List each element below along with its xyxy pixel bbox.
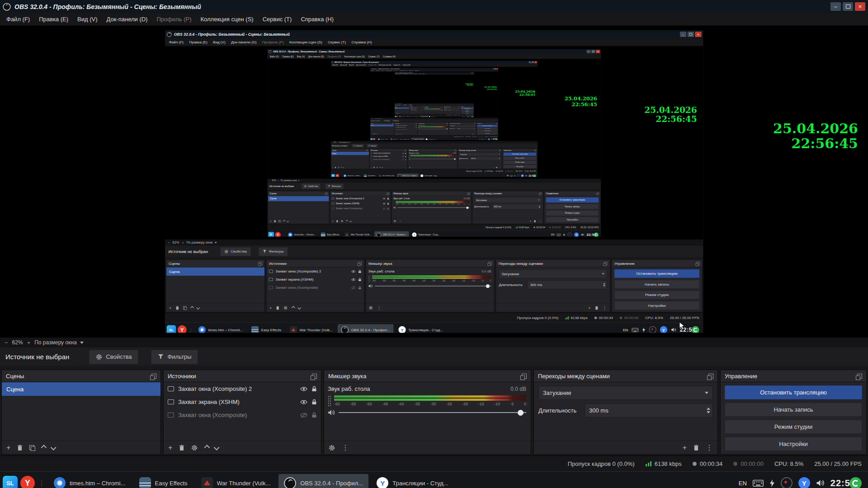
controls-body: Остановить трансляцию Начать запись Режи…	[461, 108, 474, 114]
meter-tick: -10	[472, 279, 475, 282]
minimize-button[interactable]: –	[830, 2, 841, 11]
source-toolbar: Источник не выбран Свойства Фильтры	[165, 246, 703, 257]
task-obs[interactable]: OBS 32.0.4 - Профил...	[278, 474, 368, 488]
move-source-up-button[interactable]	[204, 445, 210, 450]
remove-scene-button[interactable]	[17, 445, 23, 451]
lightning-icon[interactable]	[769, 479, 775, 487]
menu-scene-collection[interactable]: Коллекция сцен (S)	[196, 13, 258, 25]
language-indicator: EN	[462, 116, 463, 117]
remove-source-button[interactable]	[179, 445, 184, 451]
meter-tick: -40	[420, 203, 423, 205]
menu-edit[interactable]: Правка (E)	[34, 13, 73, 25]
obs-logo-icon	[370, 68, 372, 70]
status-bar: Пропуск кадров 0 (0.0%) 6138 kbps 00:00:…	[331, 169, 538, 173]
advanced-audio-button[interactable]	[329, 445, 335, 451]
volume-slider[interactable]	[339, 409, 526, 416]
green-badge-icon[interactable]	[849, 477, 862, 488]
volume-icon[interactable]	[816, 479, 825, 487]
duration-spinbox[interactable]: 300 ms	[585, 404, 713, 418]
scene-list-item[interactable]: Сцена	[2, 382, 160, 396]
menu-view[interactable]: Вид (V)	[73, 13, 102, 25]
stop-streaming-button[interactable]: Остановить трансляцию	[725, 385, 862, 399]
speaker-icon[interactable]	[328, 409, 335, 416]
spin-up-icon[interactable]	[707, 408, 710, 410]
menu-help[interactable]: Справка (H)	[296, 13, 338, 25]
selected-transition-label: Затухание	[460, 154, 467, 155]
start-recording-button[interactable]: Начать запись	[725, 403, 862, 417]
taskbar-overflow-icon[interactable]: ⋮	[38, 479, 46, 487]
maximize-button[interactable]	[843, 2, 853, 11]
popout-icon[interactable]	[522, 374, 527, 379]
source-properties-button[interactable]	[191, 445, 198, 451]
duplicate-scene-button[interactable]	[29, 445, 34, 450]
menu-docks[interactable]: Док-панели (D)	[102, 13, 152, 25]
add-transition-button[interactable]: +	[683, 444, 687, 451]
transition-select[interactable]: Затухание	[538, 386, 713, 400]
menu-file[interactable]: Файл (F)	[2, 13, 34, 25]
add-source-button[interactable]: +	[168, 444, 172, 451]
visibility-off-toggle[interactable]	[300, 413, 307, 418]
visibility-toggle[interactable]	[300, 386, 307, 392]
close-button[interactable]: ×	[855, 2, 865, 11]
yandex-tray-icon: Y	[574, 232, 579, 236]
keyboard-layout-icon	[463, 116, 464, 117]
studio-mode-button[interactable]: Режим студии	[725, 420, 862, 434]
transition-menu-button[interactable]: ⋮	[706, 444, 713, 451]
source-name: Захват окна (Xcomposite)	[275, 286, 349, 290]
filters-button[interactable]: Фильтры	[151, 350, 198, 364]
keyboard-layout-icon[interactable]	[753, 480, 764, 487]
preview-canvas[interactable]: OBS 32.0.4 - Профиль: Безымянный - Сцены…	[0, 26, 868, 337]
lock-toggle[interactable]	[311, 399, 317, 405]
zoom-level: 62%	[12, 339, 23, 346]
slider-knob[interactable]	[518, 410, 524, 416]
fit-to-window-dropdown[interactable]: По размеру окна	[34, 339, 83, 346]
maximize-button	[532, 61, 534, 63]
close-icon: ×	[535, 61, 536, 63]
task-streams[interactable]: Y Трансляции - Студ...	[371, 474, 453, 488]
meter-tick: -45	[426, 127, 427, 128]
spin-down-icon[interactable]	[707, 411, 710, 413]
transitions-body: Затухание Длительность 300 ms	[449, 124, 476, 133]
mixer-menu-button[interactable]: ⋮	[342, 444, 349, 451]
properties-button[interactable]: Свойства	[89, 350, 138, 364]
drag-handle-icon[interactable]	[328, 395, 331, 407]
task-label: times.htm – Chromi...	[347, 175, 360, 177]
source-row[interactable]: Захват окна (Xcomposite) 2	[164, 382, 321, 395]
scene-list: Сцена	[331, 152, 369, 166]
streamlabs-launcher[interactable]: SL	[3, 476, 18, 488]
visibility-toggle[interactable]	[300, 399, 307, 405]
yandex-tray-icon[interactable]: Y	[798, 477, 810, 488]
zoom-out-button[interactable]: −	[5, 340, 8, 346]
add-scene-button[interactable]: +	[6, 444, 10, 451]
move-source-down-button[interactable]	[214, 445, 220, 450]
popout-icon[interactable]	[312, 374, 317, 379]
volume-db-label: 0.0 dB	[510, 386, 526, 392]
duration-spinbox: 300 ms	[528, 281, 607, 289]
selected-source-label: Источник не выбран	[168, 249, 208, 254]
popout-icon[interactable]	[151, 374, 156, 379]
task-easy-effects[interactable]: Easy Effects	[134, 474, 193, 488]
language-indicator[interactable]: EN	[739, 480, 747, 487]
task-war-thunder[interactable]: War Thunder (Vulk...	[196, 474, 276, 488]
menu-tools[interactable]: Сервис (T)	[258, 13, 297, 25]
zoom-in-button[interactable]: +	[27, 340, 31, 346]
transitions-panel-footer: + ⋮	[496, 304, 610, 312]
task-chromium[interactable]: times.htm – Chromi...	[48, 474, 131, 488]
rec-tray-icon[interactable]	[781, 477, 793, 488]
source-row[interactable]: Захват окна (Xcomposite)	[164, 408, 321, 422]
lock-toggle[interactable]	[311, 412, 317, 418]
popout-icon[interactable]	[708, 374, 713, 379]
move-scene-up-button[interactable]	[41, 445, 47, 450]
source-row[interactable]: Захват экрана (XSHM)	[164, 395, 321, 408]
settings-button[interactable]: Настройки	[725, 437, 862, 451]
chromium-icon	[198, 326, 206, 333]
remove-transition-button[interactable]	[693, 445, 699, 451]
move-scene-down-button[interactable]	[51, 445, 57, 450]
filters-label: Фильтры	[332, 185, 341, 188]
menu-profile[interactable]: Профиль (P)	[152, 13, 196, 25]
task-obs: OBS 32.0.4 - Профил...	[411, 138, 425, 140]
lock-toggle[interactable]	[311, 386, 317, 392]
popout-icon[interactable]	[857, 374, 862, 379]
system-taskbar: SL Y ⋮ times.htm – Chromi... Easy Effect…	[370, 137, 499, 140]
yandex-browser-launcher[interactable]: Y	[20, 476, 35, 488]
